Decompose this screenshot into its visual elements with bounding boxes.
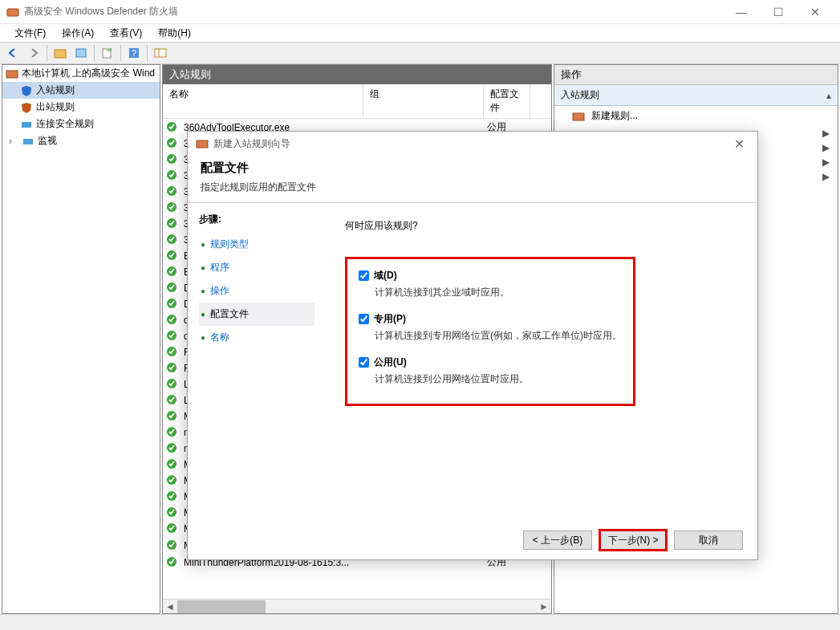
steps-title: 步骤: (199, 213, 314, 226)
step-profile[interactable]: ●配置文件 (199, 303, 314, 326)
scroll-left-icon[interactable]: ◄ (163, 600, 177, 614)
inbound-icon (20, 84, 33, 97)
svg-rect-1 (55, 50, 66, 58)
tree-panel: 本地计算机 上的高级安全 Wind 入站规则 出站规则 连接安全规则 › 监视 (2, 64, 160, 614)
checkbox-public-label: 公用(U) (374, 356, 407, 369)
enabled-icon (166, 298, 179, 311)
tree-inbound[interactable]: 入站规则 (2, 82, 160, 99)
help-icon[interactable]: ? (124, 43, 144, 63)
tree-outbound-label: 出站规则 (36, 100, 75, 114)
wizard-dialog: 新建入站规则向导 ✕ 配置文件 指定此规则应用的配置文件 步骤: ●规则类型 ●… (187, 131, 758, 560)
enabled-icon (166, 185, 179, 198)
svg-rect-8 (6, 71, 18, 78)
svg-rect-10 (23, 139, 33, 144)
checkbox-domain-label: 域(D) (374, 269, 397, 282)
expand-arrow-icon[interactable]: ▶ (818, 156, 833, 168)
toolbar: ? (0, 42, 840, 64)
export-icon[interactable] (98, 43, 117, 63)
back-icon[interactable] (3, 43, 22, 63)
menu-file[interactable]: 文件(F) (6, 25, 54, 42)
monitor-icon (22, 135, 34, 148)
enabled-icon (166, 506, 179, 519)
public-desc: 计算机连接到公用网络位置时应用。 (375, 372, 622, 386)
maximize-button[interactable]: ☐ (760, 0, 797, 24)
status-bar (0, 614, 840, 630)
step-action[interactable]: ●操作 (199, 279, 314, 303)
checkbox-private[interactable]: 专用(P) (359, 312, 622, 326)
expand-arrow-icon[interactable]: ▶ (818, 171, 833, 182)
scrollbar-horizontal[interactable]: ◄ ► (163, 599, 551, 613)
cancel-button[interactable]: 取消 (674, 530, 743, 550)
menu-action[interactable]: 操作(A) (54, 25, 102, 42)
col-name[interactable]: 名称 (163, 84, 363, 118)
close-button[interactable]: ✕ (797, 0, 834, 24)
enabled-icon (166, 266, 179, 278)
app-icon (6, 6, 19, 18)
layout-icon[interactable] (151, 43, 170, 63)
enabled-icon (166, 426, 179, 439)
checkbox-domain-input[interactable] (359, 270, 369, 281)
new-rule-icon (572, 110, 585, 123)
outbound-icon (20, 101, 33, 114)
col-profile[interactable]: 配置文件 (484, 84, 530, 118)
filter-icon[interactable] (71, 43, 91, 63)
tree-outbound[interactable]: 出站规则 (2, 99, 160, 116)
expand-arrow-icon[interactable]: ▶ (818, 142, 833, 153)
menu-view[interactable]: 查看(V) (102, 25, 150, 42)
next-button[interactable]: 下一步(N) > (599, 529, 668, 551)
tree-root[interactable]: 本地计算机 上的高级安全 Wind (2, 65, 160, 82)
expand-icon[interactable]: › (9, 136, 18, 147)
enabled-icon (166, 217, 179, 230)
minimize-button[interactable]: — (723, 0, 760, 24)
checkbox-private-input[interactable] (359, 314, 369, 324)
actions-header: 操作 (554, 65, 838, 85)
collapse-icon[interactable]: ▴ (826, 90, 831, 101)
scroll-thumb[interactable] (177, 600, 266, 613)
svg-rect-40 (197, 140, 208, 148)
actions-sub-label: 入站规则 (561, 88, 599, 102)
wizard-titlebar: 新建入站规则向导 ✕ (188, 132, 757, 156)
svg-rect-0 (7, 9, 18, 16)
action-new-rule[interactable]: 新建规则... (554, 106, 838, 126)
enabled-icon (166, 539, 179, 552)
menubar: 文件(F) 操作(A) 查看(V) 帮助(H) (0, 24, 840, 42)
titlebar: 高级安全 Windows Defender 防火墙 — ☐ ✕ (0, 0, 840, 24)
expand-arrow-icon[interactable]: ▶ (818, 128, 833, 139)
enabled-icon (166, 169, 179, 182)
folder-icon[interactable] (51, 43, 70, 63)
checkbox-public[interactable]: 公用(U) (359, 356, 622, 369)
wizard-close-button[interactable]: ✕ (729, 136, 749, 152)
step-program[interactable]: ●程序 (199, 256, 314, 279)
enabled-icon (166, 522, 179, 535)
enabled-icon (166, 330, 179, 343)
wizard-head-title: 配置文件 (201, 161, 745, 176)
checkbox-domain[interactable]: 域(D) (359, 269, 622, 282)
tree-root-label: 本地计算机 上的高级安全 Wind (22, 67, 155, 80)
checkbox-public-input[interactable] (359, 357, 369, 368)
enabled-icon (166, 137, 179, 150)
action-new-rule-label: 新建规则... (591, 109, 638, 123)
scroll-right-icon[interactable]: ► (537, 600, 551, 614)
enabled-icon (166, 201, 179, 214)
enabled-icon (166, 153, 179, 166)
menu-help[interactable]: 帮助(H) (150, 25, 199, 42)
back-button[interactable]: < 上一步(B) (523, 530, 592, 550)
enabled-icon (166, 442, 179, 455)
col-group[interactable]: 组 (363, 84, 484, 118)
svg-rect-39 (573, 113, 584, 120)
enabled-icon (166, 458, 179, 471)
step-name[interactable]: ●名称 (199, 326, 314, 349)
tree-monitor-label: 监视 (38, 134, 57, 148)
enabled-icon (166, 362, 179, 375)
forward-icon[interactable] (24, 43, 43, 63)
wizard-footer: < 上一步(B) 下一步(N) > 取消 (188, 521, 757, 559)
checkbox-private-label: 专用(P) (374, 312, 406, 326)
svg-rect-2 (76, 49, 86, 57)
tree-monitor[interactable]: › 监视 (2, 132, 160, 149)
window-title: 高级安全 Windows Defender 防火墙 (24, 5, 723, 18)
enabled-icon (166, 234, 179, 246)
firewall-icon (6, 67, 18, 80)
tree-connsec[interactable]: 连接安全规则 (2, 116, 160, 132)
step-rule-type[interactable]: ●规则类型 (199, 233, 314, 256)
enabled-icon (166, 474, 179, 487)
